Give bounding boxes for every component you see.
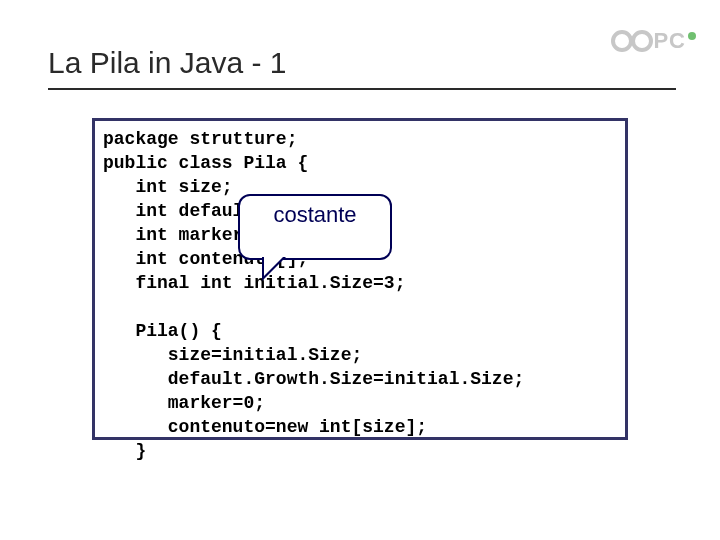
slide-title: La Pila in Java - 1 bbox=[48, 46, 286, 80]
code-line: int size; bbox=[103, 177, 233, 197]
code-line: package strutture; bbox=[103, 129, 297, 149]
logo-dot bbox=[688, 32, 696, 40]
code-line: marker=0; bbox=[103, 393, 265, 413]
callout-label: costante bbox=[240, 202, 390, 228]
logo-ring-2 bbox=[631, 30, 653, 52]
logo-text: PC bbox=[653, 28, 686, 54]
code-line: Pila() { bbox=[103, 321, 222, 341]
code-line: int marker; bbox=[103, 225, 254, 245]
code-line: public class Pila { bbox=[103, 153, 308, 173]
callout-tail bbox=[262, 257, 286, 281]
logo-ring-1 bbox=[611, 30, 633, 52]
code-line: contenuto=new int[size]; bbox=[103, 417, 427, 437]
title-underline bbox=[48, 88, 676, 90]
logo: PC bbox=[611, 28, 696, 54]
code-line: default.Growth.Size=initial.Size; bbox=[103, 369, 524, 389]
code-box: package strutture; public class Pila { i… bbox=[92, 118, 628, 440]
code-line: final int initial.Size=3; bbox=[103, 273, 405, 293]
code-line: } bbox=[103, 441, 146, 461]
code-line: size=initial.Size; bbox=[103, 345, 362, 365]
callout-bubble: costante bbox=[238, 194, 392, 260]
